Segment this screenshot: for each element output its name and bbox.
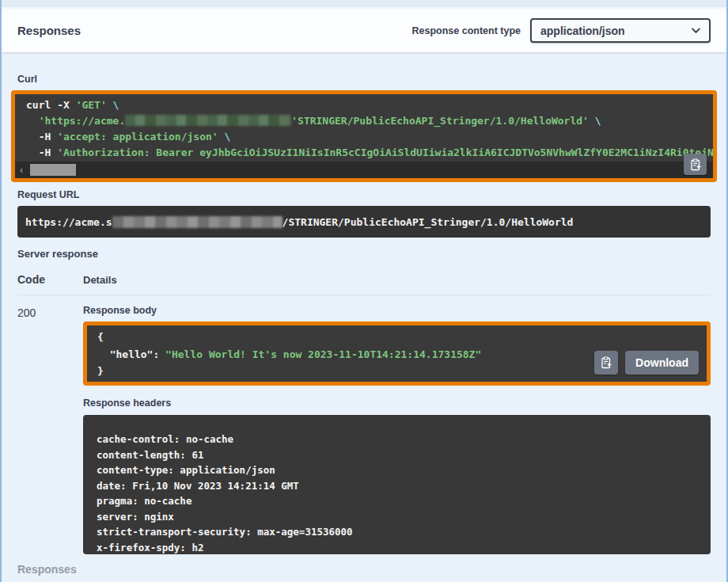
header-line: cache-control: no-cache [97, 433, 233, 445]
content-type-select[interactable]: application/json [530, 18, 711, 43]
content-type-label: Response content type [411, 25, 521, 36]
response-row-200: 200 Response body { "hello": "Hello Worl… [17, 305, 711, 554]
responses-panel: Responses Response content type applicat… [0, 0, 728, 582]
curl-cmd: curl -X [26, 99, 76, 111]
copy-response-button[interactable] [594, 351, 618, 375]
copy-curl-button[interactable] [684, 154, 707, 175]
header-line: date: Fri,10 Nov 2023 14:21:14 GMT [97, 480, 299, 492]
curl-auth-header: 'Authorization: Bearer eyJhbGciOiJSUzI1N… [57, 146, 713, 158]
curl-url-indent [26, 115, 39, 127]
json-value: "Hello World! It's now 2023-11-10T14:21:… [165, 348, 481, 360]
content-type-control: Response content type application/json [411, 18, 711, 43]
header-line: x-firefox-spdy: h2 [97, 542, 203, 553]
clipboard-copy-icon [689, 158, 702, 171]
request-url-label: Request URL [17, 189, 711, 200]
next-responses-section-header[interactable]: Responses [17, 563, 711, 576]
request-url-suffix: /STRINGER/PublicEchoAPI_Stringer/1.0/Hel… [282, 216, 574, 228]
curl-h-flag-2: -H [26, 146, 57, 158]
curl-horizontal-scrollbar[interactable]: ‹ › [15, 162, 713, 178]
page-title: Responses [17, 24, 81, 37]
scroll-left-icon[interactable]: ‹ [15, 165, 28, 176]
response-body-block: { "hello": "Hello World! It's now 2023-1… [83, 321, 711, 386]
scrollbar-thumb[interactable] [30, 164, 76, 176]
download-button[interactable]: Download [625, 351, 699, 375]
curl-continuation-2: \ [589, 115, 601, 127]
curl-accept-header: 'accept: application/json' [57, 131, 218, 143]
clipboard-copy-icon [600, 356, 612, 369]
request-url-prefix: https://acme.s [25, 216, 112, 228]
header-line: content-length: 61 [97, 449, 203, 461]
details-column-header: Details [83, 274, 117, 286]
redacted-hostname [125, 115, 291, 126]
curl-method: 'GET' [76, 99, 107, 111]
curl-command-text: curl -X 'GET' \ 'https://acme.'STRINGER/… [15, 94, 713, 161]
panel-top-strip [2, 0, 726, 9]
curl-label: Curl [17, 74, 711, 85]
header-line: content-type: application/json [97, 464, 275, 476]
redacted-hostname [112, 216, 282, 228]
response-body-label: Response body [83, 305, 711, 316]
table-divider [17, 295, 711, 295]
json-open-brace: { [97, 331, 104, 343]
json-indent [97, 348, 110, 360]
responses-section-header: Responses Response content type applicat… [2, 9, 726, 52]
content-type-value: application/json [540, 25, 625, 37]
header-line: pragma: no-cache [97, 495, 191, 507]
chevron-down-icon [691, 25, 701, 36]
curl-h-flag-1: -H [26, 131, 57, 143]
server-response-label: Server response [17, 248, 711, 260]
status-code: 200 [17, 305, 83, 554]
code-column-header: Code [17, 273, 83, 286]
header-line: strict-transport-security: max-age=31536… [97, 526, 353, 538]
curl-url-suffix: 'STRINGER/PublicEchoAPI_Stringer/1.0/Hel… [291, 115, 589, 127]
response-table-header: Code Details [17, 273, 711, 286]
json-key: "hello": [110, 348, 165, 360]
curl-continuation-3: \ [218, 131, 231, 143]
request-url-value: https://acme.s/STRINGER/PublicEchoAPI_St… [17, 206, 711, 238]
response-headers-label: Response headers [83, 398, 711, 409]
curl-command-block: curl -X 'GET' \ 'https://acme.'STRINGER/… [11, 90, 717, 182]
json-close-brace: } [97, 365, 104, 377]
response-headers-block: cache-control: no-cache content-length: … [83, 415, 711, 554]
header-line: server: nginx [97, 511, 174, 523]
curl-url-prefix: 'https://acme. [39, 115, 126, 127]
curl-continuation-1: \ [107, 99, 119, 111]
